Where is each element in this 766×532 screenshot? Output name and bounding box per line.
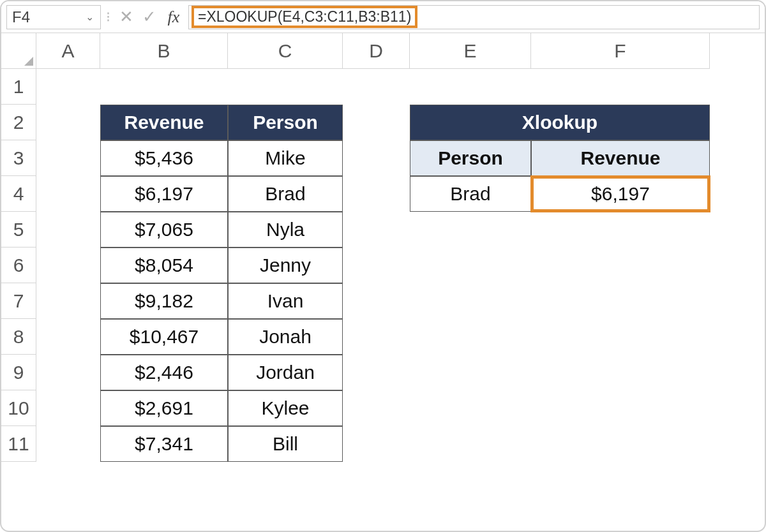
cell-B11[interactable]: $7,341 bbox=[100, 426, 228, 462]
cell-F11[interactable] bbox=[531, 426, 710, 462]
cell-C6[interactable]: Jenny bbox=[228, 248, 343, 283]
cell-D1[interactable] bbox=[343, 69, 410, 105]
fx-icon[interactable]: fx bbox=[163, 8, 184, 27]
cell-F1[interactable] bbox=[531, 69, 710, 105]
cell-D4[interactable] bbox=[343, 176, 410, 212]
cell-E6[interactable] bbox=[410, 248, 531, 283]
cell-A2[interactable] bbox=[36, 105, 100, 140]
table2-title[interactable]: Xlookup bbox=[410, 105, 710, 140]
cell-C5[interactable]: Nyla bbox=[228, 212, 343, 248]
cell-C11[interactable]: Bill bbox=[228, 426, 343, 462]
cell-F9[interactable] bbox=[531, 355, 710, 390]
cell-A10[interactable] bbox=[36, 390, 100, 426]
row-head-2[interactable]: 2 bbox=[1, 105, 36, 140]
cell-C4[interactable]: Brad bbox=[228, 176, 343, 212]
cell-D11[interactable] bbox=[343, 426, 410, 462]
cell-E11[interactable] bbox=[410, 426, 531, 462]
cell-D5[interactable] bbox=[343, 212, 410, 248]
cell-B3[interactable]: $5,436 bbox=[100, 140, 228, 176]
row-head-7[interactable]: 7 bbox=[1, 283, 36, 319]
select-all-corner[interactable] bbox=[1, 33, 36, 69]
cell-C7[interactable]: Ivan bbox=[228, 283, 343, 319]
separator-icon: ⁝ bbox=[106, 9, 110, 26]
cell-C10[interactable]: Kylee bbox=[228, 390, 343, 426]
col-head-C[interactable]: C bbox=[228, 33, 343, 69]
cell-A3[interactable] bbox=[36, 140, 100, 176]
cell-D8[interactable] bbox=[343, 319, 410, 355]
cell-B4[interactable]: $6,197 bbox=[100, 176, 228, 212]
row-head-5[interactable]: 5 bbox=[1, 212, 36, 248]
cell-D7[interactable] bbox=[343, 283, 410, 319]
cell-E9[interactable] bbox=[410, 355, 531, 390]
col-head-A[interactable]: A bbox=[36, 33, 100, 69]
cell-D3[interactable] bbox=[343, 140, 410, 176]
row-head-8[interactable]: 8 bbox=[1, 319, 36, 355]
table2-header-revenue[interactable]: Revenue bbox=[531, 140, 710, 176]
col-head-B[interactable]: B bbox=[100, 33, 228, 69]
cell-A9[interactable] bbox=[36, 355, 100, 390]
cell-A5[interactable] bbox=[36, 212, 100, 248]
cell-D9[interactable] bbox=[343, 355, 410, 390]
cell-A4[interactable] bbox=[36, 176, 100, 212]
row-head-1[interactable]: 1 bbox=[1, 69, 36, 105]
cell-B10[interactable]: $2,691 bbox=[100, 390, 228, 426]
cancel-formula-button[interactable]: ✕ bbox=[117, 7, 136, 27]
cell-F4[interactable]: $6,197 bbox=[531, 176, 710, 212]
name-box-ref: F4 bbox=[12, 8, 30, 26]
row-head-6[interactable]: 6 bbox=[1, 248, 36, 283]
col-head-F[interactable]: F bbox=[531, 33, 710, 69]
chevron-down-icon[interactable]: ⌄ bbox=[86, 11, 94, 23]
spreadsheet-grid[interactable]: A B C D E F 1 2 Revenue Person Xlookup 3… bbox=[1, 33, 765, 462]
cell-A1[interactable] bbox=[36, 69, 100, 105]
cell-F8[interactable] bbox=[531, 319, 710, 355]
formula-input[interactable]: =XLOOKUP(E4,C3:C11,B3:B11) bbox=[188, 5, 760, 29]
cell-E10[interactable] bbox=[410, 390, 531, 426]
excel-window: F4 ⌄ ⁝ ✕ ✓ fx =XLOOKUP(E4,C3:C11,B3:B11)… bbox=[0, 0, 766, 532]
cell-A7[interactable] bbox=[36, 283, 100, 319]
row-head-11[interactable]: 11 bbox=[1, 426, 36, 462]
cell-F10[interactable] bbox=[531, 390, 710, 426]
cell-E8[interactable] bbox=[410, 319, 531, 355]
table1-header-revenue[interactable]: Revenue bbox=[100, 105, 228, 140]
confirm-formula-button[interactable]: ✓ bbox=[140, 7, 159, 27]
row-head-3[interactable]: 3 bbox=[1, 140, 36, 176]
table1-header-person[interactable]: Person bbox=[228, 105, 343, 140]
cell-F6[interactable] bbox=[531, 248, 710, 283]
cell-F7[interactable] bbox=[531, 283, 710, 319]
cell-C9[interactable]: Jordan bbox=[228, 355, 343, 390]
cell-B6[interactable]: $8,054 bbox=[100, 248, 228, 283]
cell-B7[interactable]: $9,182 bbox=[100, 283, 228, 319]
cell-B8[interactable]: $10,467 bbox=[100, 319, 228, 355]
col-head-D[interactable]: D bbox=[343, 33, 410, 69]
cell-D10[interactable] bbox=[343, 390, 410, 426]
cell-D2[interactable] bbox=[343, 105, 410, 140]
cell-E5[interactable] bbox=[410, 212, 531, 248]
cell-A8[interactable] bbox=[36, 319, 100, 355]
cell-E4[interactable]: Brad bbox=[410, 176, 531, 212]
cell-B5[interactable]: $7,065 bbox=[100, 212, 228, 248]
row-head-9[interactable]: 9 bbox=[1, 355, 36, 390]
cell-B9[interactable]: $2,446 bbox=[100, 355, 228, 390]
cell-F5[interactable] bbox=[531, 212, 710, 248]
cell-E1[interactable] bbox=[410, 69, 531, 105]
cell-C8[interactable]: Jonah bbox=[228, 319, 343, 355]
cell-E7[interactable] bbox=[410, 283, 531, 319]
cell-C1[interactable] bbox=[228, 69, 343, 105]
formula-bar: F4 ⌄ ⁝ ✕ ✓ fx =XLOOKUP(E4,C3:C11,B3:B11) bbox=[1, 1, 765, 33]
row-head-4[interactable]: 4 bbox=[1, 176, 36, 212]
cell-D6[interactable] bbox=[343, 248, 410, 283]
col-head-E[interactable]: E bbox=[410, 33, 531, 69]
name-box[interactable]: F4 ⌄ bbox=[6, 5, 101, 29]
cell-A6[interactable] bbox=[36, 248, 100, 283]
cell-B1[interactable] bbox=[100, 69, 228, 105]
formula-text: =XLOOKUP(E4,C3:C11,B3:B11) bbox=[192, 6, 417, 28]
row-head-10[interactable]: 10 bbox=[1, 390, 36, 426]
table2-header-person[interactable]: Person bbox=[410, 140, 531, 176]
cell-C3[interactable]: Mike bbox=[228, 140, 343, 176]
cell-A11[interactable] bbox=[36, 426, 100, 462]
